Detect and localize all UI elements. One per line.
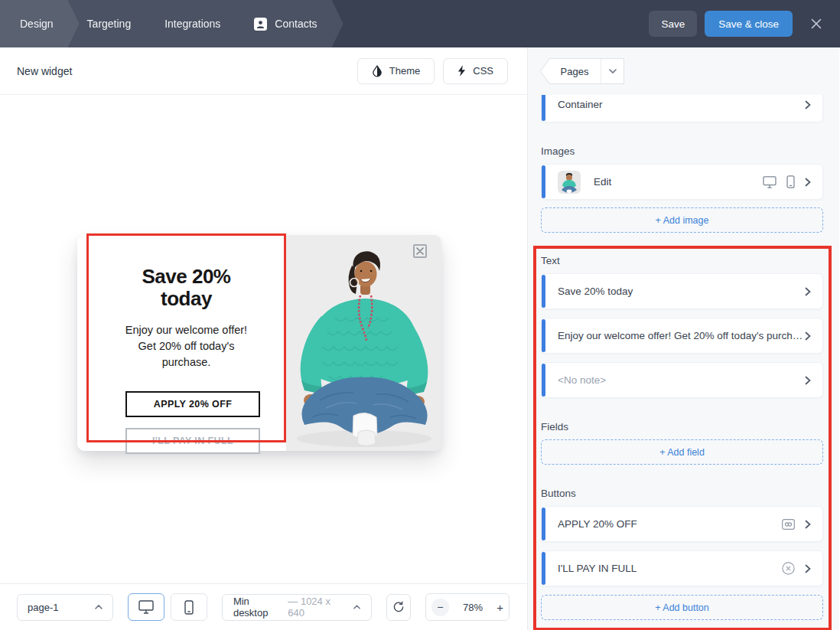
layer-row-container[interactable]: Container — [541, 95, 823, 122]
rotate-icon — [392, 601, 405, 613]
layer-row-label: APPLY 20% OFF — [558, 518, 782, 530]
phone-icon — [184, 600, 194, 615]
breakpoint-select[interactable]: Min desktop — 1024 x 640 — [222, 594, 372, 621]
chevron-right-icon — [805, 376, 811, 385]
panel-header: Pages — [528, 47, 839, 95]
layer-row-label: Enjoy our welcome offer! Get 20% off tod… — [558, 330, 805, 341]
tab-targeting-label: Targeting — [87, 18, 132, 30]
panel-scroll-area[interactable]: Container Images Edit + Add image Text — [528, 95, 839, 630]
zoom-in-button[interactable]: + — [497, 601, 503, 614]
css-button[interactable]: CSS — [443, 58, 508, 84]
popup-secondary-button[interactable]: I'LL PAY IN FULL — [125, 428, 260, 454]
popup-close-button[interactable] — [413, 244, 427, 258]
top-bar: Design Targeting Integrations Contacts S… — [0, 0, 840, 47]
image-thumbnail — [558, 171, 581, 194]
layer-row-label: Container — [558, 99, 805, 110]
editor-toolbar: New widget Theme CSS — [0, 47, 527, 95]
close-icon — [416, 247, 424, 255]
zoom-level: 78% — [463, 602, 483, 613]
lightning-bolt-icon — [457, 65, 466, 77]
close-icon — [810, 18, 822, 30]
tab-design-label: Design — [20, 18, 54, 30]
layer-row-text-body[interactable]: Enjoy our welcome offer! Get 20% off tod… — [541, 318, 823, 354]
layer-row-text-note[interactable]: <No note> — [541, 362, 823, 398]
save-button[interactable]: Save — [649, 11, 697, 37]
zoom-out-button[interactable]: − — [431, 599, 449, 616]
popup-primary-button[interactable]: APPLY 20% OFF — [125, 391, 260, 417]
page-select-value: page-1 — [28, 602, 58, 613]
breakpoint-dimensions: — 1024 x 640 — [288, 596, 343, 619]
chevron-right-icon — [805, 331, 811, 341]
save-and-close-button[interactable]: Save & close — [705, 11, 793, 37]
chevron-down-icon — [601, 59, 623, 83]
status-bar: page-1 Min desktop — 1024 x 640 − — [0, 583, 527, 630]
step-tabs: Design Targeting Integrations Contacts — [0, 0, 331, 47]
tab-contacts[interactable]: Contacts — [234, 0, 343, 47]
chevron-right-icon — [805, 520, 811, 529]
tab-contacts-label: Contacts — [275, 18, 317, 30]
add-button-button[interactable]: + Add button — [541, 595, 823, 620]
pages-dropdown-label: Pages — [541, 66, 601, 77]
layer-row-label: I'LL PAY IN FULL — [558, 563, 782, 574]
tab-integrations[interactable]: Integrations — [145, 0, 246, 47]
layer-row-label: <No note> — [558, 374, 805, 386]
section-label-images: Images — [541, 145, 823, 157]
theme-button[interactable]: Theme — [357, 58, 435, 84]
add-field-button[interactable]: + Add field — [541, 439, 823, 465]
pages-dropdown[interactable]: Pages — [540, 58, 624, 84]
monitor-icon[interactable] — [763, 176, 777, 188]
droplet-icon — [372, 65, 383, 77]
chevron-up-icon — [95, 605, 103, 609]
layers-panel: Pages Container Images Edit — [528, 47, 839, 630]
layer-row-button-secondary[interactable]: I'LL PAY IN FULL — [541, 550, 823, 586]
popup-photo — [286, 235, 441, 451]
widget-title: New widget — [17, 65, 72, 77]
breakpoint-name: Min desktop — [233, 596, 282, 619]
mobile-view-button[interactable] — [171, 593, 207, 621]
preview-canvas: Save 20% today Enjoy our welcome offer! … — [0, 95, 527, 583]
tab-integrations-label: Integrations — [164, 18, 220, 30]
popup-heading[interactable]: Save 20% today — [77, 266, 286, 309]
section-label-text: Text — [541, 255, 823, 266]
section-label-fields: Fields — [541, 421, 823, 433]
chevron-up-icon — [353, 605, 360, 609]
popup-image-area[interactable] — [286, 235, 441, 451]
link-action-icon — [782, 519, 795, 530]
layer-row-button-primary[interactable]: APPLY 20% OFF — [541, 506, 823, 542]
widget-popup-preview: Save 20% today Enjoy our welcome offer! … — [77, 235, 441, 451]
theme-button-label: Theme — [389, 65, 420, 77]
chevron-right-icon — [805, 564, 811, 573]
phone-icon[interactable] — [786, 175, 795, 188]
layer-row-image-edit[interactable]: Edit — [541, 164, 823, 200]
refresh-preview-button[interactable] — [386, 594, 411, 621]
selection-outline-panel: Text Save 20% today Enjoy our welcome of… — [533, 246, 832, 630]
layer-row-label: Save 20% today — [558, 286, 805, 297]
chevron-right-icon — [805, 100, 811, 109]
close-editor-button[interactable] — [805, 12, 828, 35]
tab-targeting[interactable]: Targeting — [67, 0, 158, 47]
monitor-icon — [138, 600, 154, 614]
zoom-control: − 78% + — [425, 593, 510, 621]
tab-design[interactable]: Design — [0, 0, 80, 47]
close-action-icon — [782, 562, 795, 575]
section-label-buttons: Buttons — [541, 488, 823, 499]
css-button-label: CSS — [473, 65, 493, 77]
device-toggle — [128, 593, 207, 621]
layer-row-label: Edit — [594, 176, 763, 188]
popup-text-column: Save 20% today Enjoy our welcome offer! … — [77, 235, 286, 451]
page-select[interactable]: page-1 — [17, 594, 113, 621]
desktop-view-button[interactable] — [128, 593, 164, 621]
chevron-right-icon — [805, 287, 811, 296]
add-image-button[interactable]: + Add image — [541, 207, 823, 233]
popup-body-text[interactable]: Enjoy our welcome offer! Get 20% off tod… — [120, 322, 252, 370]
contact-card-icon — [254, 18, 267, 31]
layer-row-text-heading[interactable]: Save 20% today — [541, 273, 823, 309]
chevron-right-icon — [805, 178, 811, 187]
